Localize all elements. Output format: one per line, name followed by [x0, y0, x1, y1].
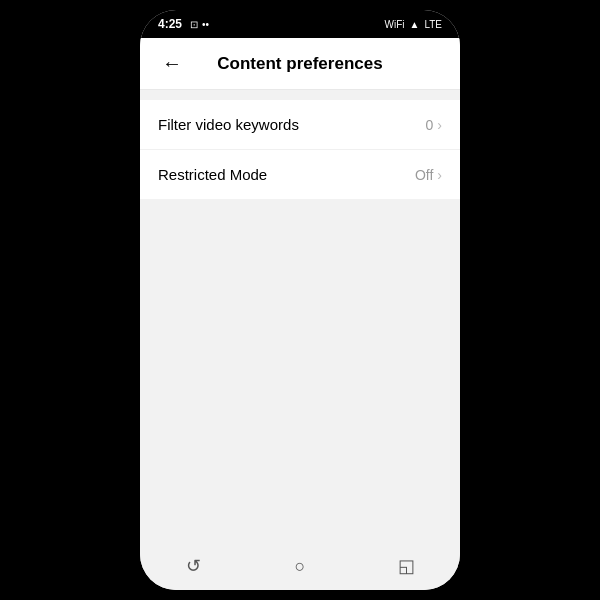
filter-video-keywords-value: 0	[426, 117, 434, 133]
dot-icons: ••	[202, 19, 209, 30]
header: ← Content preferences	[140, 38, 460, 90]
settings-group: Filter video keywords 0 › Restricted Mod…	[140, 100, 460, 199]
restricted-mode-right: Off ›	[415, 167, 442, 183]
back-arrow-icon: ←	[162, 52, 182, 75]
page-title: Content preferences	[217, 54, 382, 74]
filter-video-keywords-right: 0 ›	[426, 117, 442, 133]
restricted-mode-label: Restricted Mode	[158, 166, 267, 183]
wifi-icon: WiFi	[384, 19, 404, 30]
status-bar-right: WiFi ▲ LTE	[384, 19, 442, 30]
restricted-mode-chevron: ›	[437, 167, 442, 183]
nav-home-button[interactable]: ○	[284, 552, 316, 580]
bottom-nav: ↺ ○ ◱	[140, 546, 460, 590]
nav-back-icon: ↺	[186, 555, 201, 577]
filter-video-keywords-label: Filter video keywords	[158, 116, 299, 133]
status-bar: 4:25 ⊡ •• WiFi ▲ LTE	[140, 10, 460, 38]
nav-recent-icon: ◱	[398, 555, 415, 577]
restricted-mode-item[interactable]: Restricted Mode Off ›	[140, 150, 460, 199]
status-time: 4:25	[158, 17, 182, 31]
signal-icon: ▲	[409, 19, 419, 30]
status-bar-left: 4:25 ⊡ ••	[158, 17, 209, 31]
restricted-mode-value: Off	[415, 167, 433, 183]
nav-home-icon: ○	[295, 556, 306, 577]
camera-status-icon: ⊡	[190, 19, 198, 30]
content-area: Filter video keywords 0 › Restricted Mod…	[140, 90, 460, 546]
phone-frame: 4:25 ⊡ •• WiFi ▲ LTE ← Content preferenc…	[140, 10, 460, 590]
back-button[interactable]: ←	[156, 48, 188, 80]
nav-recent-button[interactable]: ◱	[391, 552, 423, 580]
nav-back-button[interactable]: ↺	[177, 552, 209, 580]
filter-video-keywords-chevron: ›	[437, 117, 442, 133]
filter-video-keywords-item[interactable]: Filter video keywords 0 ›	[140, 100, 460, 150]
battery-icon: LTE	[424, 19, 442, 30]
